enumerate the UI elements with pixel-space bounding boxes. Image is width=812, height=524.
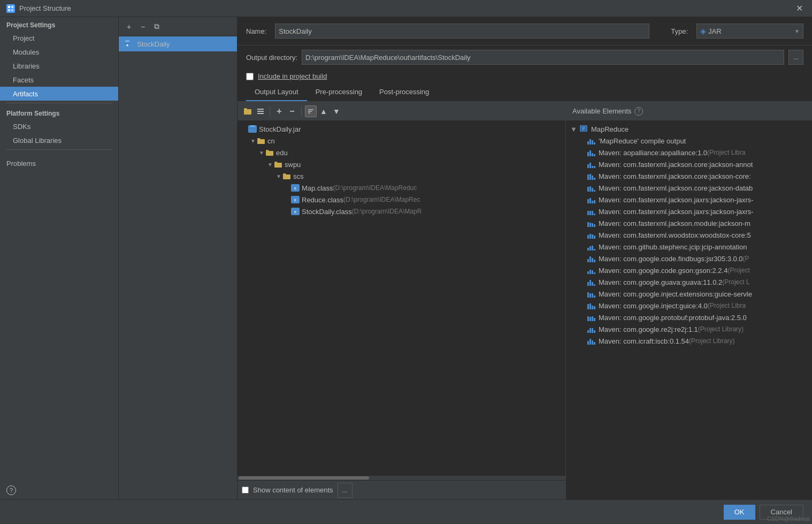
folder-toolbar-btn[interactable] xyxy=(242,105,254,117)
include-checkbox-row: Include in project build xyxy=(238,69,812,83)
sidebar-item-global-libraries[interactable]: Global Libraries xyxy=(0,133,118,147)
maven-bars-icon xyxy=(587,255,595,262)
output-panel: + − ▲ ▼ xyxy=(238,102,566,499)
available-item-0[interactable]: Maven: aopalliance:aopalliance:1.0 (Proj… xyxy=(566,147,812,158)
content-area: Name: Type: ◈ JAR ▼ Output directory: ..… xyxy=(238,17,812,499)
tree-item-stockdaily-class[interactable]: c StockDaily.class (D:\program\IDEA\MapR xyxy=(238,206,565,217)
maven-label: Maven: com.fasterxml.jackson.jaxrs:jacks… xyxy=(599,208,754,216)
list-toolbar-btn[interactable] xyxy=(255,105,266,117)
available-item-10[interactable]: Maven: com.google.code.gson:gson:2.2.4 (… xyxy=(566,264,812,276)
move-down-btn[interactable]: ▼ xyxy=(331,105,342,117)
tab-output-layout[interactable]: Output Layout xyxy=(246,83,307,101)
tab-preprocessing[interactable]: Pre-processing xyxy=(307,83,371,101)
available-item-13[interactable]: Maven: com.google.inject:guice:4.0 (Proj… xyxy=(566,300,812,312)
type-dropdown[interactable]: ◈ JAR ▼ xyxy=(696,24,803,39)
available-item-1[interactable]: Maven: com.fasterxml.jackson.core:jackso… xyxy=(566,158,812,170)
copy-artifact-button[interactable]: ⧉ xyxy=(151,21,163,33)
folder-icon xyxy=(257,136,265,145)
maven-label: Maven: com.fasterxml.jackson.core:jackso… xyxy=(599,172,751,180)
ok-button[interactable]: OK xyxy=(724,505,755,520)
map-class-label: Map.class xyxy=(302,184,333,192)
show-content-label[interactable]: Show content of elements xyxy=(253,486,333,494)
sidebar-item-artifacts[interactable]: Artifacts xyxy=(0,87,118,101)
maven-label-dim: (Project Library) xyxy=(698,325,744,333)
arrow-icon: ▼ xyxy=(259,150,265,156)
available-item-4[interactable]: Maven: com.fasterxml.jackson.jaxrs:jacks… xyxy=(566,194,812,206)
tree-item-reduce-class[interactable]: c Reduce.class (D:\program\IDEA\MapRec xyxy=(238,194,565,206)
remove-btn[interactable]: − xyxy=(286,105,298,117)
maven-label: Maven: com.google.protobuf:protobuf-java… xyxy=(599,314,747,322)
horizontal-scrollbar[interactable] xyxy=(238,476,565,480)
available-item-8[interactable]: Maven: com.github.stephenc.jcip:jcip-ann… xyxy=(566,241,812,253)
help-button[interactable]: ? xyxy=(6,485,16,495)
available-item-2[interactable]: Maven: com.fasterxml.jackson.core:jackso… xyxy=(566,170,812,182)
tree-item-edu[interactable]: ▼ edu xyxy=(238,147,565,158)
tree-item-scs[interactable]: ▼ scs xyxy=(238,170,565,182)
available-item-15[interactable]: Maven: com.google.re2j:re2j:1.1 (Project… xyxy=(566,323,812,335)
maven-bars-icon xyxy=(587,278,595,286)
close-button[interactable]: ✕ xyxy=(793,2,806,15)
include-label[interactable]: Include in project build xyxy=(258,72,327,80)
artifact-toolbar: + − ⧉ xyxy=(119,17,237,36)
available-group-mapreduce[interactable]: ▼ MapReduce xyxy=(566,123,812,135)
sidebar-item-facets[interactable]: Facets xyxy=(0,73,118,87)
available-item-5[interactable]: Maven: com.fasterxml.jackson.jaxrs:jacks… xyxy=(566,206,812,217)
artifact-item-label: StockDaily xyxy=(137,40,170,48)
move-up-btn[interactable]: ▲ xyxy=(318,105,330,117)
app-icon xyxy=(6,4,15,13)
tree-item-swpu[interactable]: ▼ swpu xyxy=(238,158,565,170)
add-artifact-button[interactable]: + xyxy=(123,21,135,33)
available-item-compile[interactable]: 'MapReduce' compile output xyxy=(566,135,812,147)
available-item-6[interactable]: Maven: com.fasterxml.jackson.module:jack… xyxy=(566,217,812,229)
output-area: + − ▲ ▼ xyxy=(238,102,812,499)
tree-item-map-class[interactable]: c Map.class (D:\program\IDEA\MapReduc xyxy=(238,182,565,194)
maven-bars-icon xyxy=(587,290,595,298)
tree-item-cn[interactable]: ▼ cn xyxy=(238,135,565,147)
show-content-checkbox[interactable] xyxy=(242,487,249,493)
svg-rect-5 xyxy=(125,40,129,42)
remove-artifact-button[interactable]: − xyxy=(137,21,149,33)
name-input[interactable] xyxy=(275,24,649,39)
maven-bars-icon xyxy=(587,337,595,345)
name-label: Name: xyxy=(246,27,266,35)
sort-btn[interactable] xyxy=(305,105,317,117)
available-help-icon[interactable]: ? xyxy=(634,107,643,116)
available-item-16[interactable]: Maven: com.icraft:iscb:0.1.54 (Project L… xyxy=(566,335,812,347)
available-item-3[interactable]: Maven: com.fasterxml.jackson.core:jackso… xyxy=(566,182,812,194)
maven-bars-icon xyxy=(587,196,595,203)
sidebar-item-libraries[interactable]: Libraries xyxy=(0,59,118,73)
tree-item-jar[interactable]: StockDaily.jar xyxy=(238,123,565,135)
jar-icon xyxy=(248,125,257,133)
maven-label: Maven: com.google.inject:guice:4.0 xyxy=(599,302,708,310)
sidebar-item-modules[interactable]: Modules xyxy=(0,45,118,59)
available-item-11[interactable]: Maven: com.google.guava:guava:11.0.2 (Pr… xyxy=(566,276,812,288)
artifact-list-item[interactable]: ◈ StockDaily xyxy=(119,36,237,51)
include-checkbox[interactable] xyxy=(246,73,254,80)
available-header: Available Elements ? xyxy=(566,102,812,121)
maven-label: Maven: com.google.code.findbugs:jsr305:3… xyxy=(599,255,743,263)
sidebar-item-problems[interactable]: Problems xyxy=(0,156,118,170)
available-item-12[interactable]: Maven: com.google.inject.extensions:guic… xyxy=(566,288,812,300)
add-btn[interactable]: + xyxy=(273,105,285,117)
available-item-7[interactable]: Maven: com.fasterxml.woodstox:woodstox-c… xyxy=(566,229,812,241)
maven-label: Maven: com.google.re2j:re2j:1.1 xyxy=(599,325,698,333)
folder-icon xyxy=(274,160,282,169)
sidebar-item-project[interactable]: Project xyxy=(0,31,118,45)
browse-button[interactable]: ... xyxy=(788,50,803,65)
maven-bars-icon xyxy=(587,219,595,227)
svg-text:c: c xyxy=(294,210,296,214)
available-item-9[interactable]: Maven: com.google.code.findbugs:jsr305:3… xyxy=(566,253,812,264)
maven-label: Maven: com.icraft:iscb:0.1.54 xyxy=(599,337,689,345)
output-dir-input[interactable] xyxy=(302,50,784,65)
module-icon xyxy=(579,125,588,134)
maven-label: Maven: com.google.inject.extensions:guic… xyxy=(599,290,752,298)
show-content-btn[interactable]: ... xyxy=(338,483,353,498)
svg-rect-14 xyxy=(249,126,256,132)
artifact-list-panel: + − ⧉ ◈ StockDaily xyxy=(119,17,238,499)
sidebar-item-sdks[interactable]: SDKs xyxy=(0,119,118,133)
separator xyxy=(6,103,112,103)
sidebar: Project Settings Project Modules Librari… xyxy=(0,17,119,499)
reduce-class-label: Reduce.class xyxy=(302,196,343,204)
available-item-14[interactable]: Maven: com.google.protobuf:protobuf-java… xyxy=(566,312,812,323)
tab-postprocessing[interactable]: Post-processing xyxy=(371,83,438,101)
